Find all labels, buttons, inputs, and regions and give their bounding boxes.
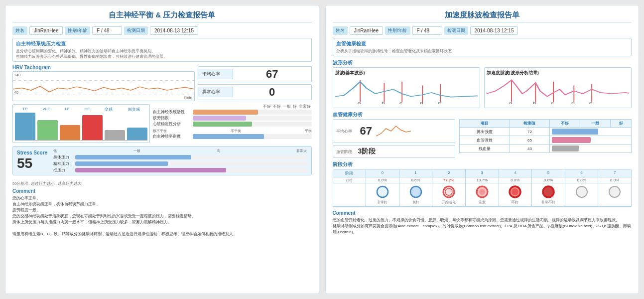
auto-table: 不好 不好 一般 好 非常好 自主神经系统活性 疲劳指数 心脏稳定性分析 极不平… [153, 104, 312, 143]
circle-3: 注意 [466, 183, 499, 207]
svg-point-29 [512, 188, 518, 195]
freq-label-sym: 交感 [105, 107, 113, 112]
right-report-title: 加速度脉波检查报告单 [333, 10, 632, 22]
svg-text:b: b [533, 101, 536, 105]
right-info-row: 姓名 JinRanHee 性别/年龄 F / 48 检测日期 2014-08-1… [333, 26, 632, 35]
hrv-label: HRV Tachogram [12, 65, 195, 70]
r-name-value: JinRanHee [350, 26, 383, 35]
stage-pct-row: (%) 0.0% 8.6% 77.7% 13.7% 0.0% 0.0% 0.0%… [333, 177, 632, 183]
intro-desc: 是分析心脏周期的变化、精神紧张、精神压力的波动和自主神经系统平衡类别。生物精力反… [16, 48, 308, 59]
vasc-row-1: 搏出强度 72 [460, 128, 632, 136]
svg-point-32 [609, 186, 620, 197]
freq-bars [15, 113, 147, 141]
date-value: 2014-08-13 12:15 [150, 26, 198, 35]
wave2-svg: a b c d e [487, 77, 629, 105]
r-gender-value: F / 48 [412, 26, 442, 35]
circle-6 [565, 183, 599, 207]
circle-0: 非常好 [366, 183, 399, 207]
vasc-mini-chart [376, 121, 411, 141]
freq-label-lf: LF [65, 107, 69, 112]
svg-text:c: c [551, 101, 554, 105]
freq-bar-para [127, 128, 147, 140]
left-comment-section: Comment 您的心率正常。 自主神经系统功能正常，机体自我调节能力正常。 疲… [12, 188, 312, 237]
vasc-health: 平均心率 67 血管阶段 3阶段 项目 检测值 不好 一般 [333, 119, 632, 158]
vascular-box: 血管健康检查 分析从手指端取得的脉搏性号，检查血管老化及末梢血液循环状态 [333, 38, 632, 56]
name-value: JinRanHee [29, 26, 63, 35]
svg-point-31 [576, 186, 587, 197]
stress-area: Stress Score 55 低一般高非常大 身体压力 精神压力 抵压力 [12, 146, 312, 178]
right-report-card: 加速度脉波检查报告单 姓名 JinRanHee 性别/年龄 F / 48 检测日… [325, 5, 640, 294]
wave1-title: 脉波(基本波形) [335, 70, 478, 76]
vasc-stage-label: 血管阶段 [336, 149, 356, 154]
r-date-value: 2014-08-13 12:15 [470, 26, 518, 35]
vasc-table: 项目 检测值 不好 一般 好 搏出强度 72 [459, 119, 632, 153]
stress-score: 55 [17, 155, 47, 171]
abnormal-hr-value: 0 [233, 85, 311, 100]
svg-text:a: a [509, 101, 512, 105]
stage-title: 阶段分析 [333, 161, 632, 168]
vasc-col-ok: 一般 [580, 120, 611, 128]
vasc-col-good: 好 [611, 120, 632, 128]
svg-text:a: a [357, 101, 361, 105]
hrv-y-max: 140 [14, 73, 20, 77]
vasc-health-title: 血管健康分析 [333, 111, 632, 118]
intro-title: 自主神经系统压力检查 [16, 40, 308, 47]
gender-value: F / 48 [92, 26, 122, 35]
vasc-stage-box: 血管阶段 3阶段 [333, 145, 456, 158]
auto-table-header: 不好 不好 一般 好 非常好 [153, 104, 312, 109]
vasc-avg-value: 67 [360, 125, 372, 138]
avg-hr-value: 67 [233, 67, 311, 82]
r-gender-label: 性别/年龄 [385, 26, 410, 35]
svg-text:b: b [382, 101, 385, 105]
svg-text:d: d [571, 101, 575, 105]
hrv-svg [13, 72, 194, 101]
avg-hr-label: 平均心率 [198, 69, 233, 79]
vasc-row-2: 血管弹性 65 [460, 136, 632, 145]
circle-2: 开始老化 [432, 183, 466, 207]
wave-section-title: 波形分析 [333, 59, 632, 66]
auto-row-2: 疲劳指数 [153, 116, 312, 121]
vasc-col-value: 检测值 [510, 120, 550, 128]
vasc-right: 项目 检测值 不好 一般 好 搏出强度 72 [459, 119, 632, 158]
vasc-left: 平均心率 67 血管阶段 3阶段 [333, 119, 456, 158]
wave1-chart: 脉波(基本波形) a b c d e [333, 67, 480, 108]
stage-header-row: 阶段 0 1 2 3 4 5 6 7 [333, 169, 632, 177]
freq-labels: TP VLF LF HF 交感 副交感 [15, 107, 147, 112]
gender-label: 性别/年龄 [65, 26, 90, 35]
svg-text:d: d [419, 101, 423, 105]
right-comment-section: Comment 您的血管开始老化，过重的压力、不规律的饮食习惯、肥胖、吸烟、暴饮… [333, 210, 632, 235]
vasc-avg-hr-box: 平均心率 67 [333, 119, 456, 143]
vasc-col-item: 项目 [460, 120, 510, 128]
stress-title: Stress Score [17, 150, 47, 155]
auto-balance-row: 自主神经平衡度 [153, 134, 312, 139]
auto-row-3: 心脏稳定性分析 [153, 122, 312, 127]
intro-section: 自主神经系统压力检查 是分析心脏周期的变化、精神紧张、精神压力的波动和自主神经系… [12, 38, 312, 62]
left-report-card: 自主神经平衡 & 压力检查报告单 姓名 JinRanHee 性别/年龄 F / … [5, 5, 319, 294]
hrv-chart: 140 40 3min [12, 71, 195, 101]
freq-bar-hf [82, 115, 103, 140]
wave2-title: 加速度脉波(波形分析结果) [487, 70, 629, 76]
stress-section: Stress Score 55 低一般高非常大 身体压力 精神压力 抵压力 [12, 146, 312, 175]
freq-area: TP VLF LF HF 交感 副交感 不好 不好 一般 好 [12, 104, 312, 143]
svg-point-27 [479, 189, 485, 195]
vascular-desc: 分析从手指端取得的脉搏性号，检查血管老化及末梢血液循环状态 [336, 48, 629, 54]
vasc-row-3: 残血量 43 [460, 145, 632, 153]
svg-point-22 [377, 186, 388, 197]
avg-hr-row: 平均心率 67 [198, 66, 312, 82]
svg-text:c: c [399, 101, 402, 105]
freq-bar-tp [15, 113, 35, 140]
stage-table: 阶段 0 1 2 3 4 5 6 7 (%) 0.0% 8.6% 77.7% 1… [333, 169, 632, 207]
circle-1: 良好 [399, 183, 433, 207]
hrv-x-label: 3min [184, 95, 192, 100]
svg-text:e: e [437, 101, 441, 105]
circle-5: 非常不好 [532, 183, 565, 207]
freq-chart: TP VLF LF HF 交感 副交感 [12, 104, 150, 143]
freq-bar-lf [60, 125, 80, 140]
freq-bar-vlf [37, 120, 58, 140]
vasc-col-bad: 不好 [550, 120, 580, 128]
wave1-svg: a b c d e [335, 77, 478, 105]
abnormal-hr-label: 异常心率 [198, 87, 233, 97]
svg-text:e: e [589, 101, 592, 105]
svg-point-23 [410, 186, 421, 197]
freq-bar-sym [105, 130, 125, 140]
